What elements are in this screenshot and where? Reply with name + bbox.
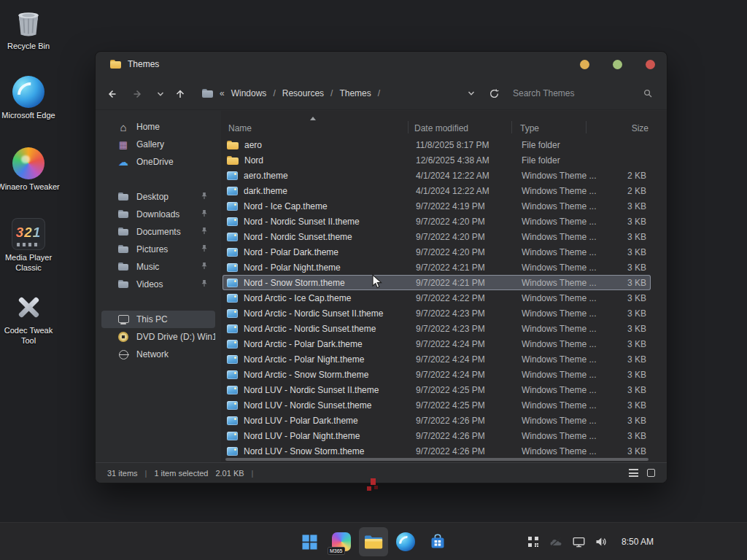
- sidebar-item-label: Gallery: [136, 139, 164, 149]
- search-input[interactable]: [513, 85, 638, 102]
- sidebar-item[interactable]: Desktop: [101, 188, 215, 206]
- column-header-date-modified[interactable]: Date modified: [414, 123, 468, 133]
- file-row[interactable]: Nord Arctic - Polar Night.theme 9/7/2022…: [222, 351, 651, 367]
- desktop-icon-codec-tweak-tool[interactable]: Codec Tweak Tool: [0, 290, 60, 346]
- sidebar-item[interactable]: This PC: [101, 311, 215, 328]
- pin-icon[interactable]: [201, 244, 208, 254]
- file-row[interactable]: Nord Arctic - Nordic Sunset.theme 9/7/20…: [222, 321, 651, 336]
- file-row[interactable]: Nord - Nordic Sunset.theme 9/7/2022 4:20…: [222, 229, 651, 244]
- pin-icon[interactable]: [201, 209, 208, 219]
- minimize-button[interactable]: [580, 60, 589, 69]
- file-size: 3 KB: [596, 339, 651, 349]
- file-row[interactable]: Nord Arctic - Snow Storm.theme 9/7/2022 …: [222, 367, 651, 382]
- sidebar-item[interactable]: Network: [101, 346, 215, 363]
- title-bar[interactable]: Themes: [96, 52, 667, 77]
- microsoft-store-button[interactable]: [423, 527, 452, 556]
- desktop-icon-winaero-tweaker[interactable]: Winaero Tweaker: [0, 147, 60, 192]
- file-explorer-window: Themes « Windows / Resources: [95, 51, 667, 483]
- file-icon: [227, 309, 238, 318]
- pin-icon[interactable]: [201, 279, 208, 289]
- file-icon: [227, 217, 238, 226]
- desktop-icon-label: Codec Tweak Tool: [0, 326, 60, 346]
- file-row[interactable]: Nord LUV - Snow Storm.theme 9/7/2022 4:2…: [222, 443, 651, 459]
- horizontal-scrollbar[interactable]: [225, 458, 649, 461]
- file-row[interactable]: Nord - Snow Storm.theme 9/7/2022 4:21 PM…: [222, 275, 651, 290]
- qr-grid-icon[interactable]: [527, 536, 539, 548]
- file-row[interactable]: Nord LUV - Polar Dark.theme 9/7/2022 4:2…: [222, 413, 651, 428]
- file-row[interactable]: Nord LUV - Nordic Sunset.theme 9/7/2022 …: [222, 397, 651, 413]
- desktop-icon-label: Media Player Classic: [0, 253, 60, 273]
- address-dropdown-icon[interactable]: [465, 87, 478, 100]
- edge-button[interactable]: [391, 527, 420, 556]
- file-name: Nord - Snow Storm.theme: [244, 278, 345, 288]
- sidebar-item[interactable]: Downloads: [101, 206, 215, 223]
- search-icon[interactable]: [643, 88, 653, 98]
- file-row[interactable]: Nord - Polar Dark.theme 9/7/2022 4:20 PM…: [222, 244, 651, 260]
- file-explorer-button[interactable]: [359, 527, 388, 556]
- up-button[interactable]: [173, 87, 187, 101]
- file-row[interactable]: aero 11/8/2025 8:17 PM File folder: [222, 137, 651, 152]
- display-icon[interactable]: [573, 537, 585, 548]
- file-name: Nord Arctic - Nordic Sunset.theme: [244, 324, 376, 334]
- desktop-icon-recycle-bin[interactable]: Recycle Bin: [0, 6, 60, 52]
- sidebar-item[interactable]: Documents: [101, 223, 215, 241]
- sidebar-item[interactable]: DVD Drive (D:) Win11: [101, 328, 215, 346]
- file-row[interactable]: Nord Arctic - Polar Dark.theme 9/7/2022 …: [222, 336, 651, 351]
- details-view-icon[interactable]: [629, 469, 638, 477]
- file-size: 2 KB: [596, 171, 651, 181]
- column-header-size[interactable]: Size: [595, 123, 649, 133]
- breadcrumb-collapse-chevron[interactable]: «: [220, 88, 225, 98]
- file-row[interactable]: Nord 12/6/2025 4:38 AM File folder: [222, 152, 651, 168]
- breadcrumb-segment[interactable]: Windows: [231, 88, 267, 98]
- file-row[interactable]: Nord Arctic - Ice Cap.theme 9/7/2022 4:2…: [222, 290, 651, 306]
- edge-icon: [396, 532, 415, 551]
- large-icons-view-icon[interactable]: [647, 469, 655, 477]
- sidebar-item[interactable]: Music: [101, 258, 215, 276]
- maximize-button[interactable]: [613, 60, 622, 69]
- file-size: 3 KB: [596, 400, 651, 411]
- file-row[interactable]: dark.theme 4/1/2024 12:22 AM Windows The…: [222, 183, 651, 198]
- desktop-icon-microsoft-edge[interactable]: Microsoft Edge: [0, 75, 60, 121]
- file-icon: [227, 447, 238, 456]
- file-row[interactable]: Nord LUV - Nordic Sunset II.theme 9/7/20…: [222, 382, 651, 397]
- file-icon: [227, 202, 238, 211]
- refresh-button[interactable]: [487, 86, 501, 101]
- back-button[interactable]: [104, 87, 119, 101]
- sidebar-item[interactable]: OneDrive: [101, 153, 215, 171]
- forward-button[interactable]: [131, 87, 145, 101]
- taskbar-clock[interactable]: 8:50 AM: [622, 537, 654, 547]
- pin-icon[interactable]: [201, 262, 208, 272]
- file-name: Nord LUV - Polar Night.theme: [244, 431, 360, 441]
- cloud-offline-icon[interactable]: [549, 537, 562, 547]
- column-header-name[interactable]: Name: [228, 123, 252, 133]
- start-button[interactable]: [295, 527, 324, 556]
- close-button[interactable]: [646, 60, 655, 69]
- pin-icon[interactable]: [201, 227, 208, 237]
- item-count: 31 items: [107, 469, 138, 478]
- sidebar-item-icon: [117, 349, 129, 360]
- winaero-icon: [12, 147, 45, 180]
- sidebar-item[interactable]: Home: [101, 118, 215, 136]
- file-row[interactable]: Nord LUV - Polar Night.theme 9/7/2022 4:…: [222, 428, 651, 443]
- sidebar-item-label: OneDrive: [136, 157, 174, 167]
- pin-icon[interactable]: [201, 192, 208, 202]
- breadcrumb-segment[interactable]: Themes: [339, 88, 371, 98]
- file-size: 3 KB: [596, 217, 651, 227]
- column-header-type[interactable]: Type: [520, 123, 539, 133]
- sidebar-item[interactable]: Gallery: [101, 136, 215, 153]
- file-row[interactable]: Nord - Polar Night.theme 9/7/2022 4:21 P…: [222, 260, 651, 275]
- file-row[interactable]: Nord Arctic - Nordic Sunset II.theme 9/7…: [222, 306, 651, 321]
- sidebar-item[interactable]: Videos: [101, 276, 215, 293]
- file-row[interactable]: Nord - Nordic Sunset II.theme 9/7/2022 4…: [222, 214, 651, 229]
- recent-locations-button[interactable]: [153, 87, 168, 101]
- navigation-pane: Home Gallery OneDrive: [96, 111, 221, 462]
- volume-icon[interactable]: [595, 537, 607, 547]
- sidebar-item[interactable]: Pictures: [101, 241, 215, 258]
- breadcrumb-segment[interactable]: Resources: [282, 88, 324, 98]
- desktop-icon-media-player-classic[interactable]: 321 Media Player Classic: [0, 217, 60, 273]
- file-row[interactable]: aero.theme 4/1/2024 12:22 AM Windows The…: [222, 168, 651, 183]
- file-row[interactable]: Nord - Ice Cap.theme 9/7/2022 4:19 PM Wi…: [222, 198, 651, 214]
- file-date-modified: 9/7/2022 4:19 PM: [416, 201, 522, 211]
- file-name: Nord - Nordic Sunset.theme: [244, 232, 352, 242]
- copilot-m365-button[interactable]: M365: [327, 527, 356, 556]
